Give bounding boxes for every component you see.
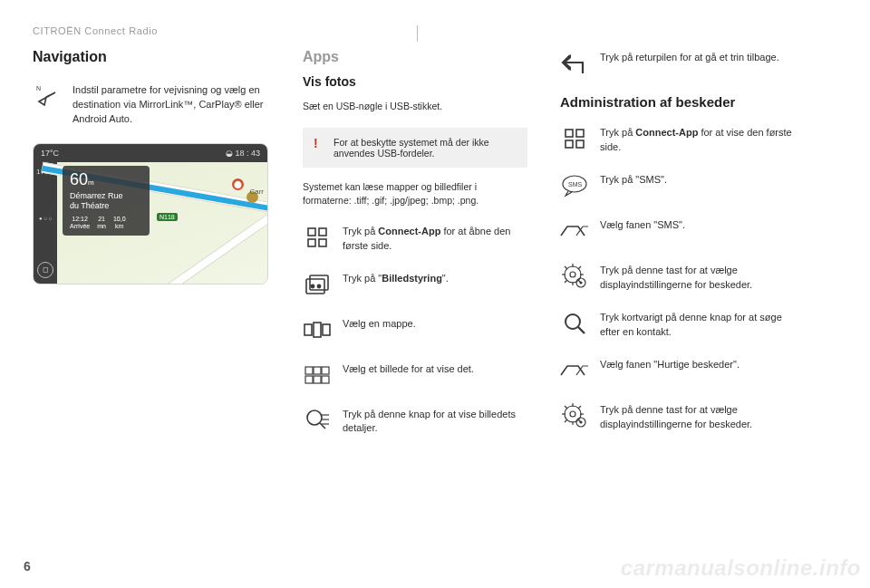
svg-rect-23 — [566, 130, 573, 137]
search-icon — [560, 309, 589, 338]
ss-direction-card: 60m Démarrez Rue du Théatre 12:12Arrivée… — [63, 166, 150, 236]
svg-rect-4 — [319, 239, 326, 246]
svg-text:SMS: SMS — [568, 181, 583, 188]
ss-poi-red: ⬤ — [232, 178, 244, 190]
ss-mn-label: mn — [97, 223, 106, 230]
ss-arrive-time: 12:12 — [70, 216, 90, 223]
image-mgmt-text: Tryk på "Billedstyring". — [343, 270, 527, 286]
choose-image-text: Vælg et billede for at vise det. — [343, 361, 527, 377]
vis-fotos-heading: Vis fotos — [303, 74, 527, 89]
ss-poi-label: Carr — [249, 188, 264, 196]
ss-street1: Démarrez Rue — [70, 191, 142, 201]
svg-line-42 — [578, 327, 585, 333]
tabs-icon-b — [560, 356, 589, 385]
grid-6-icon — [303, 361, 332, 390]
grid-4-icon — [303, 223, 332, 252]
back-arrow-text: Tryk på returpilen for at gå et trin til… — [600, 49, 794, 65]
three-panels-icon — [303, 315, 332, 344]
svg-rect-10 — [314, 323, 321, 337]
nav-screenshot: 17°C ◒ 18 : 43 17:10 ● ○ ○ ◻ N118 ⬤ Carr — [33, 143, 268, 284]
admin-heading: Administration af beskeder — [560, 94, 794, 110]
svg-point-54 — [579, 420, 582, 423]
svg-rect-16 — [314, 376, 321, 383]
svg-rect-26 — [576, 140, 584, 148]
select-sms-tab-text: Vælg fanen "SMS". — [600, 217, 794, 233]
svg-rect-14 — [322, 367, 329, 374]
svg-rect-12 — [305, 367, 313, 374]
display-settings-text-b: Tryk på denne tast for at vælge displayi… — [600, 401, 794, 432]
connect-app-open-text: Tryk på Connect-App for at åbne den førs… — [343, 223, 527, 254]
svg-rect-6 — [306, 279, 324, 294]
grid-4-icon-b — [560, 124, 589, 153]
usb-warning-text: For at beskytte systemet må der ikke anv… — [334, 137, 517, 159]
page-number: 6 — [24, 559, 31, 574]
image-details-text: Tryk på denne knap for at vise billedets… — [343, 406, 527, 437]
apps-heading: Apps — [303, 49, 527, 65]
svg-point-41 — [566, 314, 580, 329]
svg-rect-2 — [319, 228, 326, 236]
ss-dist-value: 60 — [70, 171, 88, 188]
usb-warning-box: ! For at beskytte systemet må der ikke a… — [303, 128, 527, 168]
connect-app-show-text: Tryk på Connect-App for at vise den førs… — [600, 124, 794, 155]
svg-line-38 — [565, 280, 567, 283]
svg-point-18 — [307, 410, 322, 425]
svg-rect-24 — [576, 130, 584, 137]
svg-rect-9 — [304, 324, 312, 335]
svg-rect-15 — [305, 376, 313, 383]
ss-home-button: ◻ — [37, 262, 53, 278]
svg-rect-25 — [566, 140, 573, 148]
press-sms-text: Tryk på "SMS". — [600, 171, 794, 188]
gear-icon-b — [560, 401, 589, 430]
ss-clock: 18 : 43 — [235, 149, 260, 158]
warning-icon: ! — [314, 137, 324, 159]
insert-usb-text: Sæt en USB-nøgle i USB-stikket. — [303, 100, 527, 113]
choose-folder-text: Vælg en mappe. — [343, 315, 527, 332]
navigation-heading: Navigation — [33, 49, 270, 65]
svg-rect-11 — [323, 324, 330, 335]
svg-rect-13 — [314, 367, 321, 374]
svg-line-37 — [578, 266, 581, 269]
svg-line-52 — [565, 419, 567, 422]
ss-road-badge: N118 — [157, 213, 178, 221]
svg-point-44 — [570, 411, 575, 417]
tabs-icon-a — [560, 217, 589, 246]
svg-line-49 — [565, 406, 567, 409]
header-divider — [417, 25, 418, 42]
navigation-intro-text: Indstil parametre for vejvisning og vælg… — [72, 82, 270, 127]
svg-point-7 — [311, 284, 315, 288]
svg-rect-3 — [308, 239, 315, 246]
svg-line-35 — [565, 266, 567, 269]
quick-messages-tab-text: Vælg fanen "Hurtige beskeder". — [600, 356, 794, 372]
svg-rect-17 — [322, 376, 329, 383]
watermark: carmanualsonline.info — [621, 555, 861, 581]
brand-line: CITROËN Connect Radio — [33, 25, 837, 36]
ss-street2: du Théatre — [70, 201, 142, 211]
svg-point-8 — [317, 284, 322, 288]
detail-magnifier-icon — [303, 406, 332, 435]
ss-mn-value: 21 — [97, 216, 106, 223]
search-contact-text: Tryk kortvarigt på denne knap for at søg… — [600, 309, 794, 340]
compass-icon: N — [33, 82, 62, 111]
ss-km-value: 10,0 — [113, 216, 126, 223]
gear-icon-a — [560, 262, 589, 291]
back-arrow-icon — [560, 49, 589, 78]
ss-dist-unit: m — [88, 178, 94, 187]
sms-bubble-icon: SMS — [560, 171, 589, 200]
svg-line-51 — [578, 406, 581, 409]
display-settings-text-a: Tryk på denne tast for at vælge displayi… — [600, 262, 794, 293]
ss-arrive-label: Arrivée — [70, 223, 90, 230]
svg-text:N: N — [36, 85, 41, 92]
ss-temp: 17°C — [41, 149, 59, 158]
svg-point-30 — [570, 272, 575, 277]
svg-rect-1 — [308, 228, 315, 236]
photos-icon — [303, 270, 332, 299]
ss-km-label: km — [113, 223, 126, 230]
supported-formats-text: Systemet kan læse mapper og billedfiler … — [303, 180, 527, 207]
svg-point-40 — [579, 281, 582, 284]
